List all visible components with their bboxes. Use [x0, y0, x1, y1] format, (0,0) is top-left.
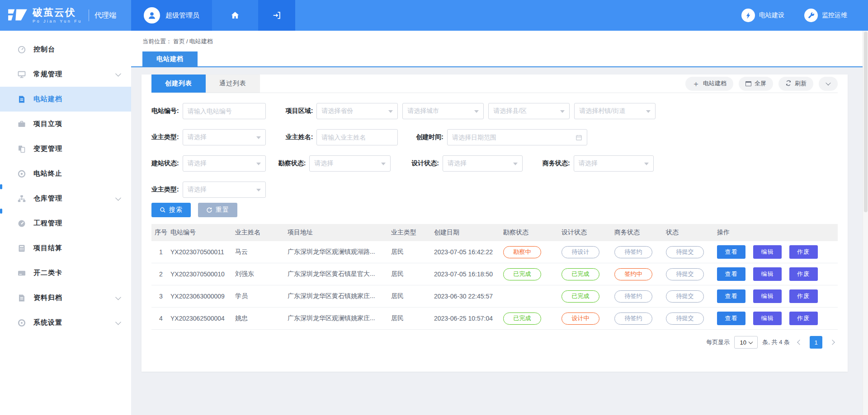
breadcrumb-home-link[interactable]: 首页	[173, 38, 185, 45]
col-header-sn: 序号	[151, 228, 170, 237]
filter-owner-name: 业主姓名:	[286, 129, 398, 145]
tab-created-list[interactable]: 创建列表	[151, 75, 206, 93]
status-badge: 勘察中	[503, 246, 541, 258]
void-button[interactable]: 作废	[789, 312, 818, 325]
status-badge: 签约中	[614, 268, 652, 280]
module-station-build[interactable]: 电站建设	[741, 9, 784, 22]
sidebar-item-warehouse-mgmt[interactable]: 仓库管理	[0, 186, 131, 211]
brand-title: 破茧云伏	[33, 7, 82, 18]
status-badge: 已完成	[561, 290, 599, 303]
view-button[interactable]: 查看	[717, 289, 745, 303]
list-tabbar: 创建列表 通过列表 ＋ 电站建档 全屏 刷新	[151, 75, 838, 93]
page-tab-station-archive[interactable]: 电站建档	[142, 51, 198, 66]
survey-status-select[interactable]: 请选择	[309, 155, 391, 172]
sidebar-item-station-archive[interactable]: 电站建档	[0, 87, 131, 112]
logout-icon	[272, 10, 282, 20]
status-badge: 待签约	[614, 312, 652, 325]
region-city-select[interactable]: 请选择城市	[402, 103, 484, 119]
document-icon	[17, 95, 26, 104]
sidebar-item-system-settings[interactable]: 系统设置	[0, 310, 131, 335]
fullscreen-button[interactable]: 全屏	[739, 77, 773, 91]
next-page-button[interactable]	[827, 336, 838, 348]
edit-button[interactable]: 编辑	[753, 245, 782, 259]
status-badge: 待提交	[666, 246, 704, 258]
table-row: 2 YX2023070500010 刘强东 广东深圳龙华区黄石镇星官大... 居…	[151, 263, 838, 285]
owner-type-select-2[interactable]: 请选择	[183, 182, 266, 198]
target-icon	[17, 169, 26, 178]
date-range-picker[interactable]	[447, 129, 587, 145]
logout-button[interactable]	[258, 0, 295, 31]
breadcrumb-current: 电站建档	[189, 38, 213, 45]
page-number-1[interactable]: 1	[810, 336, 822, 349]
edit-button[interactable]: 编辑	[753, 267, 782, 281]
sidebar-item-station-termination[interactable]: 电站终止	[0, 161, 131, 186]
sidebar-item-change-mgmt[interactable]: 变更管理	[0, 136, 131, 161]
prev-page-button[interactable]	[794, 336, 805, 348]
total-label: 条, 共 4 条	[762, 338, 790, 346]
wrench-icon	[804, 9, 818, 22]
region-county-select[interactable]: 请选择县/区	[488, 103, 570, 119]
header-modules: 电站建设 监控运维	[741, 0, 868, 31]
filter-business-status: 商务状态: 请选择	[542, 155, 654, 172]
search-button[interactable]: 搜索	[151, 203, 191, 217]
col-header-survey: 勘察状态	[503, 228, 561, 237]
pagination: 每页显示 10 条, 共 4 条 1	[151, 336, 838, 349]
filter-build-status: 建站状态: 请选择	[151, 155, 266, 172]
monitor-icon	[17, 70, 26, 79]
current-user[interactable]: 超级管理员	[131, 0, 212, 31]
void-button[interactable]: 作废	[789, 289, 818, 303]
sidebar-item-open-class2-card[interactable]: 开二类卡	[0, 261, 131, 285]
build-status-select[interactable]: 请选择	[183, 155, 266, 172]
caret-down-icon	[256, 163, 261, 165]
status-badge: 已完成	[561, 268, 599, 280]
filter-row-4: 业主类型: 请选择	[151, 182, 838, 198]
col-header-business: 商务状态	[614, 228, 666, 237]
sidebar-item-project-initiation[interactable]: 项目立项	[0, 112, 131, 136]
refresh-icon	[785, 80, 792, 88]
home-button[interactable]	[212, 0, 258, 31]
sidebar-item-data-archive[interactable]: 资料归档	[0, 285, 131, 310]
station-no-input[interactable]	[183, 103, 266, 119]
status-badge: 待提交	[666, 290, 704, 303]
sidebar-item-console[interactable]: 控制台	[0, 37, 131, 62]
owner-type-select[interactable]: 请选择	[183, 129, 266, 145]
owner-name-input[interactable]	[316, 129, 398, 145]
view-button[interactable]: 查看	[717, 312, 745, 325]
region-town-select[interactable]: 请选择村镇/街道	[574, 103, 656, 119]
page-scrollbar[interactable]	[863, 31, 868, 415]
filter-form: 电站编号: 项目区域: 请选择省份 请选择城市 请选择县/区 请选择村镇	[142, 93, 848, 217]
view-button[interactable]: 查看	[717, 267, 745, 281]
region-province-select[interactable]: 请选择省份	[316, 103, 398, 119]
filter-region: 项目区域: 请选择省份 请选择城市 请选择县/区 请选择村镇/街道	[286, 103, 656, 119]
scrollbar-thumb[interactable]	[864, 32, 868, 212]
table-header: 序号 电站编号 业主姓名 项目地址 业主类型 创建日期 勘察状态 设计状态 商务…	[151, 224, 838, 241]
avatar	[144, 7, 160, 23]
void-button[interactable]: 作废	[789, 245, 818, 259]
per-page-select[interactable]: 10	[734, 336, 758, 349]
module-monitor-ops[interactable]: 监控运维	[804, 9, 847, 22]
add-station-archive-button[interactable]: ＋ 电站建档	[685, 77, 733, 91]
breadcrumb: 当前位置：首页/电站建档	[131, 31, 868, 46]
status-badge: 待提交	[666, 312, 704, 325]
breadcrumb-separator: /	[186, 38, 188, 45]
edit-button[interactable]: 编辑	[753, 312, 782, 325]
caret-down-icon	[256, 189, 261, 191]
design-status-select[interactable]: 请选择	[443, 155, 523, 172]
business-status-select[interactable]: 请选择	[574, 155, 654, 172]
void-button[interactable]: 作废	[789, 267, 818, 281]
card-toolbar: ＋ 电站建档 全屏 刷新	[685, 77, 838, 91]
reset-button[interactable]: 重置	[198, 203, 237, 217]
brand-text: 破茧云伏 Po Jian Yun Fu	[33, 7, 82, 23]
refresh-button[interactable]: 刷新	[778, 77, 813, 91]
tab-passed-list[interactable]: 通过列表	[206, 75, 260, 93]
sidebar-item-general-mgmt[interactable]: 常规管理	[0, 62, 131, 87]
col-header-address: 项目地址	[288, 228, 391, 237]
module-label: 电站建设	[759, 11, 784, 19]
sidebar-item-project-settlement[interactable]: 项目结算	[0, 236, 131, 261]
caret-down-icon	[749, 340, 753, 344]
view-button[interactable]: 查看	[717, 245, 745, 259]
collapse-toolbar-button[interactable]	[819, 77, 838, 91]
dashboard-icon	[17, 45, 26, 54]
sidebar-item-engineering-mgmt[interactable]: 工程管理	[0, 211, 131, 236]
edit-button[interactable]: 编辑	[753, 289, 782, 303]
